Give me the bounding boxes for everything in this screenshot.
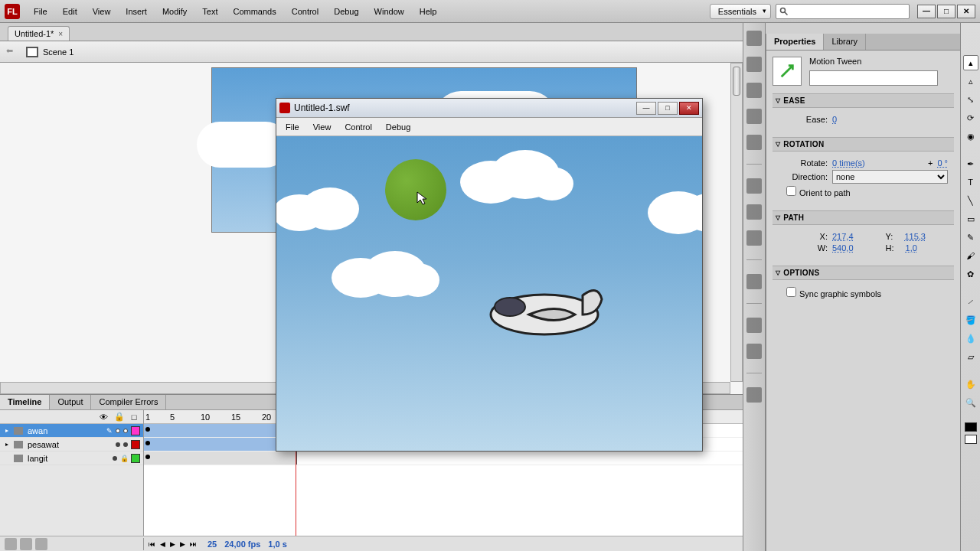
menu-view[interactable]: View <box>85 4 119 19</box>
instance-name-input[interactable] <box>809 70 938 86</box>
orient-checkbox[interactable] <box>786 186 796 196</box>
hand-tool-icon[interactable]: ✋ <box>963 377 978 392</box>
swf-menu-control[interactable]: Control <box>338 120 378 134</box>
deco-tool-icon[interactable]: ✿ <box>963 266 978 282</box>
bone-tool-icon[interactable]: ⟋ <box>963 294 978 309</box>
new-layer-button[interactable] <box>5 538 17 550</box>
layer-name[interactable]: awan <box>26 426 103 435</box>
dock-icon[interactable] <box>746 31 762 46</box>
swf-titlebar[interactable]: Untitled-1.swf — □ ✕ <box>276 99 702 118</box>
stroke-swatch[interactable] <box>965 422 977 432</box>
layer-color-swatch[interactable] <box>131 454 140 463</box>
menu-help[interactable]: Help <box>412 4 445 19</box>
ease-value[interactable]: 0 <box>832 115 837 124</box>
menu-control[interactable]: Control <box>284 4 326 19</box>
swf-minimize-button[interactable]: — <box>636 102 656 115</box>
menu-text[interactable]: Text <box>194 4 225 19</box>
back-arrow-icon[interactable]: ⬅ <box>6 46 18 58</box>
dock-icon[interactable] <box>746 344 762 359</box>
sync-checkbox[interactable] <box>786 287 796 297</box>
scene-label[interactable]: Scene 1 <box>43 47 74 57</box>
tab-output[interactable]: Output <box>50 395 91 409</box>
menu-edit[interactable]: Edit <box>55 4 85 19</box>
free-transform-tool-icon[interactable]: ⤡ <box>963 92 978 107</box>
layer-row[interactable]: ▸ awan ✎ <box>0 424 143 438</box>
lasso-tool-icon[interactable]: ◉ <box>963 129 978 144</box>
goto-last-icon[interactable]: ⏭ <box>188 540 198 548</box>
step-fwd-icon[interactable]: ▶ <box>178 540 187 548</box>
dock-icon[interactable] <box>746 135 762 150</box>
tab-timeline[interactable]: Timeline <box>0 395 50 409</box>
rectangle-tool-icon[interactable]: ▭ <box>963 211 978 227</box>
play-icon[interactable]: ▶ <box>168 540 177 548</box>
menu-debug[interactable]: Debug <box>326 4 366 19</box>
section-options-header[interactable]: OPTIONS <box>773 266 954 280</box>
window-maximize-button[interactable]: □ <box>937 5 956 18</box>
3d-rotate-tool-icon[interactable]: ⟳ <box>963 110 978 126</box>
swf-menu-debug[interactable]: Debug <box>379 120 417 134</box>
dock-icon[interactable] <box>746 204 762 220</box>
w-value[interactable]: 540,0 <box>832 243 854 253</box>
pen-tool-icon[interactable]: ✒ <box>963 156 978 171</box>
dock-icon[interactable] <box>746 83 762 98</box>
selection-tool-icon[interactable]: ▴ <box>963 55 978 70</box>
step-back-icon[interactable]: ◀ <box>158 540 167 548</box>
eraser-tool-icon[interactable]: ▱ <box>963 349 978 364</box>
layer-name[interactable]: langit <box>26 454 109 463</box>
lock-icon[interactable]: 🔒 <box>120 455 128 462</box>
eye-column-icon[interactable]: 👁 <box>99 412 108 422</box>
line-tool-icon[interactable]: ╲ <box>963 193 978 208</box>
swf-menu-view[interactable]: View <box>306 120 338 134</box>
pencil-tool-icon[interactable]: ✎ <box>963 230 978 245</box>
fill-swatch[interactable] <box>965 435 977 444</box>
workspace-switcher[interactable]: Essentials <box>710 4 771 19</box>
section-path-header[interactable]: PATH <box>773 210 954 225</box>
swf-menu-file[interactable]: File <box>279 120 306 134</box>
goto-first-icon[interactable]: ⏮ <box>147 540 157 548</box>
dock-icon[interactable] <box>746 230 762 246</box>
layer-row[interactable]: ▸ pesawat <box>0 438 143 452</box>
document-tab[interactable]: Untitled-1* × <box>8 26 70 41</box>
dock-icon[interactable] <box>746 57 762 72</box>
section-rotation-header[interactable]: ROTATION <box>773 137 954 152</box>
h-value[interactable]: 1,0 <box>906 243 917 253</box>
layer-row[interactable]: langit 🔒 <box>0 452 143 465</box>
dock-icon[interactable] <box>746 178 762 194</box>
section-ease-header[interactable]: EASE <box>773 93 954 108</box>
lock-column-icon[interactable]: 🔒 <box>114 412 123 422</box>
menu-window[interactable]: Window <box>367 4 412 19</box>
text-tool-icon[interactable]: T <box>963 174 978 190</box>
sync-checkbox-label[interactable]: Sync graphic symbols <box>786 287 881 298</box>
delete-layer-button[interactable] <box>35 538 47 550</box>
swf-close-button[interactable]: ✕ <box>679 102 699 115</box>
paint-bucket-tool-icon[interactable]: 🪣 <box>963 312 978 328</box>
menu-insert[interactable]: Insert <box>118 4 155 19</box>
layer-name[interactable]: pesawat <box>26 440 113 449</box>
brush-tool-icon[interactable]: 🖌 <box>963 248 978 263</box>
tab-compiler-errors[interactable]: Compiler Errors <box>91 395 166 409</box>
y-value[interactable]: 115,3 <box>904 232 926 241</box>
subselection-tool-icon[interactable]: ▵ <box>963 73 978 89</box>
swf-maximize-button[interactable]: □ <box>658 102 678 115</box>
menu-commands[interactable]: Commands <box>225 4 283 19</box>
dock-icon[interactable] <box>746 318 762 333</box>
zoom-tool-icon[interactable]: 🔍 <box>963 395 978 410</box>
search-field[interactable] <box>776 4 910 19</box>
orient-checkbox-label[interactable]: Orient to path <box>786 186 851 197</box>
outline-column-icon[interactable]: □ <box>129 412 139 422</box>
eyedropper-tool-icon[interactable]: 💧 <box>963 331 978 346</box>
window-minimize-button[interactable]: — <box>917 5 936 18</box>
new-folder-button[interactable] <box>20 538 32 550</box>
x-value[interactable]: 217,4 <box>832 232 854 241</box>
layer-color-swatch[interactable] <box>131 426 140 435</box>
window-close-button[interactable]: ✕ <box>957 5 975 18</box>
direction-select[interactable]: none <box>832 170 948 184</box>
menu-modify[interactable]: Modify <box>155 4 194 19</box>
dock-icon[interactable] <box>746 109 762 124</box>
dock-icon[interactable] <box>746 387 762 403</box>
rotate-degree-value[interactable]: 0 ° <box>937 158 948 168</box>
vertical-scrollbar[interactable] <box>730 63 743 382</box>
dock-icon[interactable] <box>746 274 762 289</box>
rotate-value[interactable]: 0 time(s) <box>832 158 865 168</box>
menu-file[interactable]: File <box>26 4 55 19</box>
